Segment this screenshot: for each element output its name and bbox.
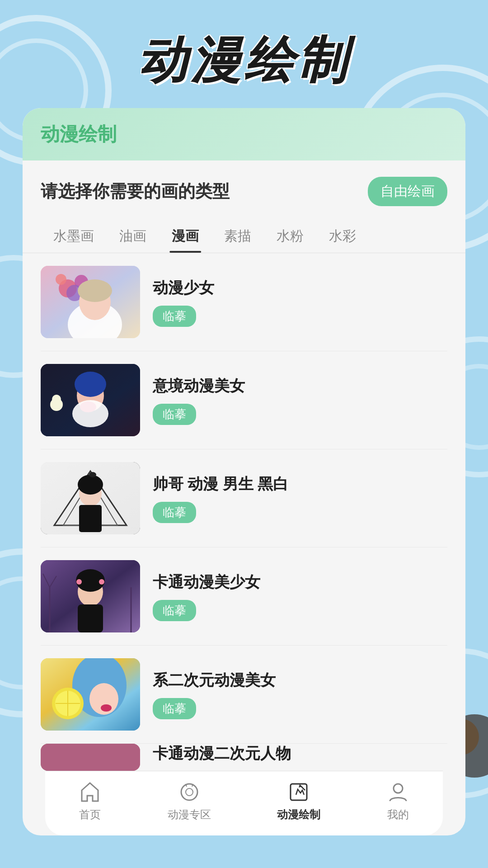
svg-point-50: [101, 704, 112, 712]
item-tag-5: 临摹: [153, 698, 196, 719]
item-title-3: 帅哥 动漫 男生 黑白: [153, 474, 447, 495]
item-tag-3: 临摹: [153, 502, 196, 523]
nav-draw-label: 动漫绘制: [277, 807, 320, 822]
item-thumbnail-6: [41, 744, 140, 771]
item-title-6: 卡通动漫二次元人物: [153, 744, 447, 764]
item-title-2: 意境动漫美女: [153, 376, 447, 396]
item-tag-4: 临摹: [153, 600, 196, 621]
item-thumbnail-1: [41, 266, 140, 338]
tab-shuifen[interactable]: 水粉: [264, 220, 316, 253]
tab-manhua[interactable]: 漫画: [159, 220, 211, 253]
nav-home[interactable]: 首页: [78, 780, 102, 822]
svg-point-18: [56, 274, 66, 285]
tabs-row: 水墨画 油画 漫画 素描 水粉 水彩: [23, 215, 465, 253]
svg-point-35: [78, 475, 103, 495]
item-thumbnail-4: [41, 560, 140, 632]
card-header: 动漫绘制: [23, 108, 465, 160]
svg-rect-60: [291, 784, 307, 800]
svg-point-46: [99, 579, 104, 585]
item-title-1: 动漫少女: [153, 278, 447, 298]
list-item[interactable]: 卡通动漫美少女 临摹: [41, 547, 447, 646]
home-icon: [78, 780, 102, 804]
svg-point-27: [75, 372, 106, 397]
nav-draw[interactable]: 动漫绘制: [277, 780, 320, 822]
tab-shuicai[interactable]: 水彩: [316, 220, 369, 253]
tab-youhua[interactable]: 油画: [107, 220, 159, 253]
item-thumbnail-2: [41, 364, 140, 436]
item-info-5: 系二次元动漫美女 临摹: [153, 670, 447, 719]
nav-anime-label: 动漫专区: [168, 807, 211, 822]
svg-rect-43: [78, 604, 103, 632]
svg-point-26: [72, 400, 108, 427]
item-thumbnail-5: [41, 658, 140, 731]
svg-rect-55: [41, 744, 140, 771]
item-title-5: 系二次元动漫美女: [153, 670, 447, 691]
draw-icon: [287, 780, 310, 804]
item-info-2: 意境动漫美女 临摹: [153, 376, 447, 425]
tab-sumiao[interactable]: 素描: [211, 220, 264, 253]
nav-anime[interactable]: 动漫专区: [168, 780, 211, 822]
card-header-title: 动漫绘制: [41, 123, 117, 145]
item-info-1: 动漫少女 临摹: [153, 278, 447, 327]
profile-icon: [386, 780, 410, 804]
list-item[interactable]: 卡通动漫二次元人物: [41, 744, 447, 771]
item-thumbnail-3: [41, 462, 140, 534]
item-info-4: 卡通动漫美少女 临摹: [153, 572, 447, 621]
section-subtitle: 请选择你需要的画的类型: [41, 180, 230, 203]
anime-icon: [178, 780, 201, 804]
list-item[interactable]: 意境动漫美女 临摹: [41, 351, 447, 449]
nav-profile[interactable]: 我的: [386, 780, 410, 822]
main-card: 动漫绘制 请选择你需要的画的类型 自由绘画 水墨画 油画 漫画 素描 水粉 水彩: [23, 108, 465, 835]
svg-point-36: [89, 472, 96, 477]
list-item[interactable]: 帅哥 动漫 男生 黑白 临摹: [41, 449, 447, 547]
item-title-4: 卡通动漫美少女: [153, 572, 447, 593]
svg-point-22: [78, 279, 112, 302]
svg-point-29: [52, 395, 61, 404]
item-tag-1: 临摹: [153, 306, 196, 327]
item-list: 动漫少女 临摹: [23, 253, 465, 771]
nav-profile-label: 我的: [387, 807, 409, 822]
svg-point-45: [76, 579, 82, 585]
svg-point-63: [394, 784, 403, 793]
section-title-row: 请选择你需要的画的类型 自由绘画: [23, 160, 465, 215]
item-info-6: 卡通动漫二次元人物: [153, 744, 447, 771]
page-title: 动漫绘制: [0, 0, 488, 108]
list-item[interactable]: 系二次元动漫美女 临摹: [41, 646, 447, 744]
list-item[interactable]: 动漫少女 临摹: [41, 253, 447, 351]
item-info-3: 帅哥 动漫 男生 黑白 临摹: [153, 474, 447, 523]
nav-home-label: 首页: [79, 807, 101, 822]
svg-rect-34: [79, 505, 102, 532]
svg-point-56: [181, 784, 197, 800]
free-draw-button[interactable]: 自由绘画: [368, 177, 447, 206]
item-tag-2: 临摹: [153, 404, 196, 425]
svg-point-57: [186, 788, 193, 796]
bottom-nav: 首页 动漫专区 动漫绘制: [45, 771, 443, 835]
tab-shuimo[interactable]: 水墨画: [41, 220, 107, 253]
